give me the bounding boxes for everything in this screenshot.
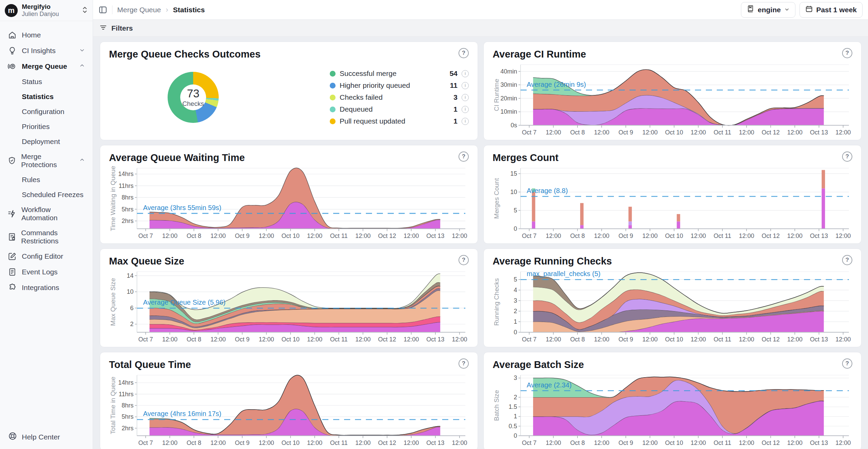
dashboard-grid: Merge Queue Checks Outcomes?73ChecksSucc…	[93, 37, 868, 449]
svg-text:12:00: 12:00	[642, 336, 657, 343]
bar-segment-salmon	[580, 203, 584, 225]
help-icon[interactable]: ?	[459, 358, 469, 369]
svg-text:Oct 12: Oct 12	[378, 439, 396, 446]
svg-text:Oct 11: Oct 11	[714, 336, 731, 343]
sidebar-item-status[interactable]: Status	[3, 74, 89, 89]
svg-text:12:00: 12:00	[404, 439, 419, 446]
svg-text:5: 5	[514, 276, 517, 283]
svg-text:Oct 7: Oct 7	[138, 232, 153, 239]
help-icon[interactable]: ?	[459, 255, 469, 265]
chart-merges-count[interactable]: 051015Oct 712:00Oct 812:00Oct 912:00Oct …	[493, 165, 853, 240]
svg-text:12:00: 12:00	[452, 439, 467, 446]
svg-text:12:00: 12:00	[691, 129, 706, 136]
shield-icon	[7, 156, 16, 165]
info-icon[interactable]: i	[462, 94, 469, 101]
svg-text:1: 1	[514, 413, 517, 420]
sidebar-item-deployment[interactable]: Deployment	[3, 134, 89, 149]
sidebar-item-home[interactable]: Home	[3, 27, 89, 43]
svg-text:Oct 10: Oct 10	[665, 129, 683, 136]
y-axis-label: CI Runtime	[493, 79, 500, 111]
svg-text:12:00: 12:00	[691, 232, 706, 239]
chart-average-ci-runtime[interactable]: 0s10min20min30min40minOct 712:00Oct 812:…	[493, 62, 853, 137]
y-axis-label: Batch Size	[493, 390, 500, 421]
repository-select[interactable]: engine	[741, 2, 795, 18]
svg-text:Oct 7: Oct 7	[522, 439, 537, 446]
chart-max-queue-size[interactable]: 261014Oct 712:00Oct 812:00Oct 912:00Oct …	[109, 269, 469, 344]
svg-text:Oct 13: Oct 13	[427, 439, 445, 446]
card-max-queue-size: Max Queue Size?261014Oct 712:00Oct 812:0…	[100, 248, 478, 347]
sidebar-item-config-editor[interactable]: Config Editor	[3, 248, 89, 264]
svg-text:12:00: 12:00	[787, 336, 803, 343]
sidebar-item-event-logs[interactable]: Event Logs	[3, 264, 89, 280]
svg-text:12:00: 12:00	[739, 129, 754, 136]
svg-text:8hrs: 8hrs	[122, 402, 134, 409]
sidebar-item-commands-restrictions[interactable]: Commands Restrictions	[3, 225, 89, 248]
sidebar-item-label: Statistics	[22, 93, 53, 101]
svg-text:Oct 7: Oct 7	[522, 129, 537, 136]
card-average-ci-runtime: Average CI Runtime?0s10min20min30min40mi…	[483, 42, 862, 140]
svg-text:0: 0	[514, 329, 517, 336]
svg-text:1: 1	[514, 318, 517, 325]
help-icon[interactable]: ?	[459, 48, 469, 58]
card-average-running-checks: Average Running Checks?012345Oct 712:00O…	[483, 248, 862, 347]
help-icon[interactable]: ?	[459, 151, 469, 162]
sidebar-item-statistics[interactable]: Statistics	[3, 89, 89, 104]
info-icon[interactable]: i	[462, 118, 469, 125]
svg-text:0s: 0s	[511, 122, 517, 129]
help-icon[interactable]: ?	[842, 48, 852, 58]
help-center-link[interactable]: Help Center	[0, 425, 93, 449]
info-icon[interactable]: i	[462, 70, 469, 77]
svg-text:12:00: 12:00	[259, 336, 274, 343]
svg-text:Oct 9: Oct 9	[235, 232, 250, 239]
info-icon[interactable]: i	[462, 82, 469, 89]
sidebar-item-scheduled-freezes[interactable]: Scheduled Freezes	[3, 187, 89, 202]
chevron-down-icon	[784, 6, 790, 14]
legend-value: 1	[453, 117, 458, 125]
y-axis-label: Time Waiting in Queue	[109, 166, 117, 231]
filters-button[interactable]: Filters	[111, 24, 133, 32]
svg-text:12:00: 12:00	[452, 336, 467, 343]
chart-total-queue-time[interactable]: 2hrs5hrs8hrs11hrs14hrsOct 712:00Oct 812:…	[109, 372, 469, 447]
card-title: Max Queue Size	[109, 256, 184, 267]
sidebar-item-label: Status	[22, 78, 42, 86]
help-icon[interactable]: ?	[842, 151, 852, 162]
svg-text:12:00: 12:00	[835, 232, 851, 239]
sidebar-item-label: Rules	[22, 176, 40, 184]
bar-segment-salmon	[822, 170, 825, 188]
svg-text:6: 6	[130, 305, 134, 311]
date-range-button[interactable]: Past 1 week	[800, 2, 863, 18]
help-icon[interactable]: ?	[842, 358, 852, 369]
legend-label: Successful merge	[340, 69, 397, 78]
svg-text:Oct 12: Oct 12	[762, 439, 780, 446]
chart-average-queue-waiting-time[interactable]: 2hrs5hrs8hrs11hrs14hrsOct 712:00Oct 812:…	[109, 165, 469, 240]
svg-text:5: 5	[514, 207, 517, 214]
org-switcher[interactable]: m Mergifyio Julien Danjou	[0, 0, 93, 21]
svg-text:Oct 12: Oct 12	[762, 336, 780, 343]
sidebar-item-configuration[interactable]: Configuration	[3, 104, 89, 119]
sidebar-item-merge-protections[interactable]: Merge Protections	[3, 149, 89, 172]
svg-text:8hrs: 8hrs	[122, 194, 134, 201]
svg-text:11hrs: 11hrs	[119, 182, 134, 189]
y-axis-label: Max Queue Size	[109, 278, 117, 326]
svg-text:12:00: 12:00	[162, 336, 177, 343]
sidebar-item-label: Workflow Automation	[21, 206, 85, 222]
sidebar-item-workflow-automation[interactable]: Workflow Automation	[3, 202, 89, 225]
chart-average-batch-size[interactable]: 00.511.523Oct 712:00Oct 812:00Oct 912:00…	[493, 372, 853, 447]
main-area: Merge Queue › Statistics engine	[93, 0, 868, 449]
sidebar-item-merge-queue[interactable]: Merge Queue	[3, 59, 89, 74]
sidebar-item-rules[interactable]: Rules	[3, 172, 89, 187]
legend-value: 54	[450, 69, 458, 78]
svg-text:12:00: 12:00	[452, 232, 467, 239]
svg-text:0: 0	[514, 432, 517, 439]
sidebar-item-integrations[interactable]: Integrations	[3, 280, 89, 295]
svg-text:12:00: 12:00	[259, 232, 274, 239]
average-label: Average (8.8)	[527, 187, 568, 194]
sidebar-item-priorities[interactable]: Priorities	[3, 119, 89, 134]
breadcrumb-merge-queue[interactable]: Merge Queue	[117, 6, 161, 14]
legend-row: Higher priority queued11i	[330, 81, 469, 90]
sidebar-toggle-icon[interactable]	[98, 5, 107, 14]
help-icon[interactable]: ?	[842, 255, 852, 265]
chart-average-running-checks[interactable]: 012345Oct 712:00Oct 812:00Oct 912:00Oct …	[493, 269, 853, 344]
sidebar-item-ci-insights[interactable]: CI Insights	[3, 43, 89, 59]
info-icon[interactable]: i	[462, 106, 469, 113]
